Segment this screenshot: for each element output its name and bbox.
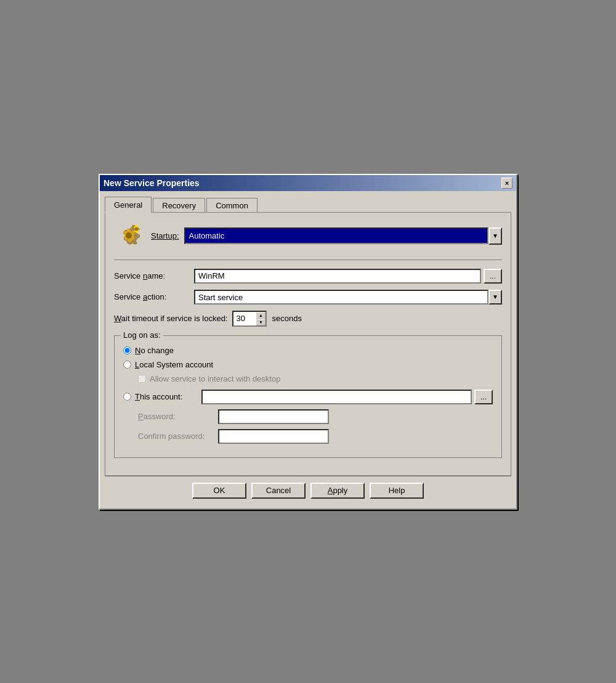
startup-select[interactable]: Automatic Manual Disabled [184,227,488,244]
tab-bar: General Recovery Common [105,196,511,212]
title-bar: New Service Properties × [100,175,516,191]
service-name-label: Service name: [114,271,194,280]
service-action-dropdown-btn[interactable]: ▼ [488,290,502,305]
apply-button[interactable]: Apply [310,483,365,499]
startup-dropdown-btn[interactable]: ▼ [488,227,502,245]
timeout-decrement-btn[interactable]: ▼ [256,319,265,325]
help-button[interactable]: Help [370,483,424,499]
service-action-label: Service action: [114,292,194,301]
startup-section: Startup: Automatic Manual Disabled ▼ [114,221,502,260]
no-change-label[interactable]: No change [135,346,174,355]
tab-general[interactable]: General [105,197,152,213]
gear-icon [114,221,144,251]
service-name-row: Service name: ... [114,269,502,284]
confirm-password-label: Confirm password: [138,431,218,441]
password-row: Password: [138,409,493,424]
this-account-radio[interactable] [123,393,131,401]
timeout-row: Wait timeout if service is locked: ▲ ▼ s… [114,311,502,327]
allow-interact-checkbox[interactable] [138,375,146,383]
timeout-unit: seconds [272,314,301,323]
confirm-password-row: Confirm password: [138,429,493,444]
service-name-input[interactable] [194,269,481,284]
no-change-radio[interactable] [123,346,131,354]
password-input[interactable] [218,409,329,424]
dialog-title: New Service Properties [103,178,200,188]
service-action-select-wrapper: Start service Stop service Restart servi… [194,290,502,305]
logon-group: Log on as: No change Local System accoun… [114,335,502,458]
button-row: OK Cancel Apply Help [105,476,511,504]
service-action-select[interactable]: Start service Stop service Restart servi… [194,290,488,305]
password-label: Password: [138,412,218,421]
timeout-input[interactable] [233,313,256,324]
this-account-label[interactable]: This account: [135,392,197,401]
cancel-button[interactable]: Cancel [251,483,306,499]
tab-common[interactable]: Common [206,198,257,213]
confirm-password-input[interactable] [218,429,329,444]
logon-legend: Log on as: [121,330,163,340]
no-change-row: No change [123,346,493,355]
local-system-row: Local System account [123,360,493,369]
allow-interact-row: Allow service to interact with desktop [138,374,493,383]
ok-button[interactable]: OK [192,483,246,499]
tab-content-general: Startup: Automatic Manual Disabled ▼ Ser… [105,212,511,476]
allow-interact-label: Allow service to interact with desktop [150,374,280,383]
this-account-browse-btn[interactable]: ... [474,390,493,404]
startup-label: Startup: [151,231,179,240]
timeout-spinner-btns: ▲ ▼ [256,312,265,325]
close-button[interactable]: × [501,178,513,189]
timeout-spinner: ▲ ▼ [232,311,267,327]
startup-select-wrapper: Automatic Manual Disabled ▼ [184,227,502,245]
this-account-input[interactable] [201,390,472,404]
tab-recovery[interactable]: Recovery [153,198,205,213]
svg-point-0 [126,232,132,239]
dialog-window: New Service Properties × General Recover… [99,174,517,510]
dialog-body: General Recovery Common [100,191,516,509]
this-account-row: This account: ... [123,390,493,404]
local-system-label[interactable]: Local System account [135,360,213,369]
service-name-browse-btn[interactable]: ... [484,269,502,284]
timeout-increment-btn[interactable]: ▲ [256,312,265,319]
local-system-radio[interactable] [123,361,131,369]
svg-point-1 [135,227,139,231]
service-action-row: Service action: Start service Stop servi… [114,290,502,305]
timeout-label: Wait timeout if service is locked: [114,314,227,323]
